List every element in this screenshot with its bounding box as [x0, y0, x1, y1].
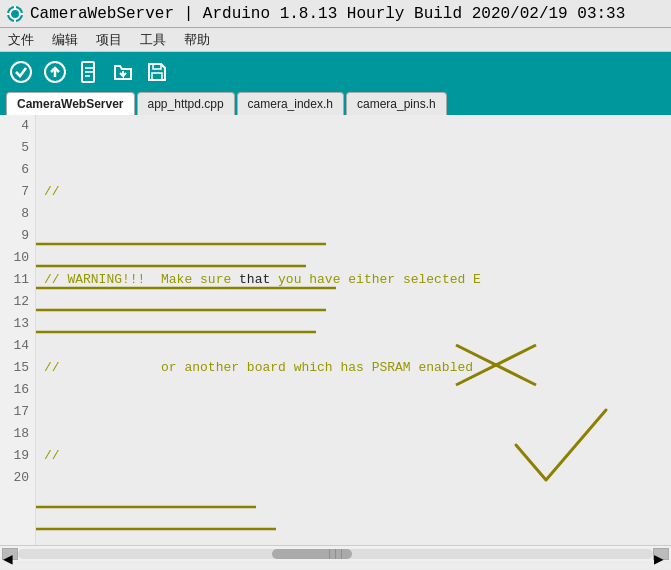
upload-button[interactable]	[40, 57, 70, 87]
new-button[interactable]	[74, 57, 104, 87]
annotations-overlay	[36, 115, 671, 545]
code-editor: 4 5 6 7 8 9 10 11 12 13 14 15 16 17 18 1…	[0, 115, 671, 561]
save-button[interactable]	[142, 57, 172, 87]
scroll-left-button[interactable]: ◀	[2, 548, 18, 560]
tab-camera-index[interactable]: camera_index.h	[237, 92, 344, 115]
window-title: CameraWebServer | Arduino 1.8.13 Hourly …	[30, 5, 625, 23]
scroll-right-button[interactable]: ▶	[653, 548, 669, 560]
title-bar: CameraWebServer | Arduino 1.8.13 Hourly …	[0, 0, 671, 28]
scrollbar-label: |||	[326, 548, 344, 559]
menu-project[interactable]: 项目	[92, 31, 126, 49]
code-lines[interactable]: // // WARNING!!! Make sure that you have…	[36, 115, 671, 545]
menu-help[interactable]: 帮助	[180, 31, 214, 49]
tab-app-httpd[interactable]: app_httpd.cpp	[137, 92, 235, 115]
menu-tools[interactable]: 工具	[136, 31, 170, 49]
toolbar	[0, 52, 671, 92]
app-logo	[6, 5, 24, 23]
svg-point-6	[11, 62, 31, 82]
svg-rect-14	[153, 64, 161, 69]
line-numbers: 4 5 6 7 8 9 10 11 12 13 14 15 16 17 18 1…	[0, 115, 36, 545]
horizontal-scrollbar[interactable]: ◀ ||| ▶	[0, 545, 671, 561]
tab-camerawebserver[interactable]: CameraWebServer	[6, 92, 135, 115]
menu-bar: 文件 编辑 项目 工具 帮助	[0, 28, 671, 52]
open-button[interactable]	[108, 57, 138, 87]
menu-file[interactable]: 文件	[4, 31, 38, 49]
svg-rect-15	[152, 73, 162, 80]
code-content: 4 5 6 7 8 9 10 11 12 13 14 15 16 17 18 1…	[0, 115, 671, 545]
tab-bar: CameraWebServer app_httpd.cpp camera_ind…	[0, 92, 671, 115]
tab-camera-pins[interactable]: camera_pins.h	[346, 92, 447, 115]
menu-edit[interactable]: 编辑	[48, 31, 82, 49]
scrollbar-track[interactable]: |||	[18, 549, 653, 559]
verify-button[interactable]	[6, 57, 36, 87]
